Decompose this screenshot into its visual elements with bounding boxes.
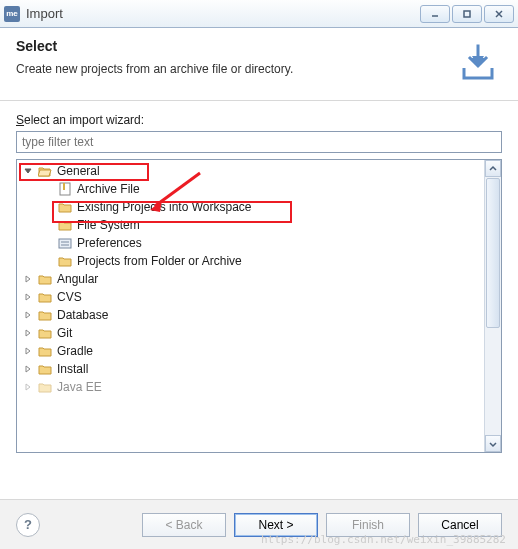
- app-icon: me: [4, 6, 20, 22]
- cancel-button[interactable]: Cancel: [418, 513, 502, 537]
- tree-node-git[interactable]: Git: [17, 324, 484, 342]
- scroll-down-icon[interactable]: [485, 435, 501, 452]
- triangle-right-icon: [23, 382, 33, 392]
- svg-rect-5: [63, 183, 65, 190]
- triangle-right-icon: [23, 292, 33, 302]
- tree-node-file-system[interactable]: File System: [17, 216, 484, 234]
- tree-view: General Archive File Existing Projects i…: [16, 159, 502, 453]
- folder-icon: [37, 289, 53, 305]
- tree-label: Projects from Folder or Archive: [77, 254, 242, 268]
- tree-label: Database: [57, 308, 108, 322]
- tree-node-existing-projects[interactable]: Existing Projects into Workspace: [17, 198, 484, 216]
- tree-node-install[interactable]: Install: [17, 360, 484, 378]
- tree-label: CVS: [57, 290, 82, 304]
- scroll-up-icon[interactable]: [485, 160, 501, 177]
- triangle-down-icon: [23, 166, 33, 176]
- tree-label: File System: [77, 218, 140, 232]
- tree-label: General: [57, 164, 100, 178]
- triangle-right-icon: [23, 328, 33, 338]
- tree-label: Existing Projects into Workspace: [77, 200, 252, 214]
- tree-node-javaee[interactable]: Java EE: [17, 378, 484, 396]
- tree-label: Git: [57, 326, 72, 340]
- tree-label: Angular: [57, 272, 98, 286]
- folder-icon: [37, 325, 53, 341]
- tree-label: Preferences: [77, 236, 142, 250]
- folder-icon: [57, 217, 73, 233]
- folder-icon: [37, 271, 53, 287]
- minimize-button[interactable]: [420, 5, 450, 23]
- maximize-button[interactable]: [452, 5, 482, 23]
- wizard-label: Select an import wizard:: [16, 113, 502, 127]
- archive-icon: [57, 181, 73, 197]
- finish-button[interactable]: Finish: [326, 513, 410, 537]
- help-button[interactable]: ?: [16, 513, 40, 537]
- header-description: Create new projects from an archive file…: [16, 62, 444, 76]
- dialog-header: Select Create new projects from an archi…: [0, 28, 518, 101]
- svg-rect-6: [59, 239, 71, 248]
- tree-node-archive-file[interactable]: Archive File: [17, 180, 484, 198]
- folder-icon: [37, 343, 53, 359]
- tree-node-preferences[interactable]: Preferences: [17, 234, 484, 252]
- close-button[interactable]: [484, 5, 514, 23]
- triangle-right-icon: [23, 310, 33, 320]
- back-button[interactable]: < Back: [142, 513, 226, 537]
- tree-node-cvs[interactable]: CVS: [17, 288, 484, 306]
- folder-icon: [37, 307, 53, 323]
- scroll-thumb[interactable]: [486, 178, 500, 328]
- filter-input[interactable]: [16, 131, 502, 153]
- dialog-footer: ? < Back Next > Finish Cancel: [0, 499, 518, 549]
- folder-icon: [57, 199, 73, 215]
- tree-label: Install: [57, 362, 88, 376]
- tree-node-general[interactable]: General: [17, 162, 484, 180]
- tree-label: Gradle: [57, 344, 93, 358]
- next-button[interactable]: Next >: [234, 513, 318, 537]
- import-icon: [454, 38, 502, 86]
- folder-icon: [37, 361, 53, 377]
- folder-icon: [57, 253, 73, 269]
- preferences-icon: [57, 235, 73, 251]
- tree-node-projects-folder[interactable]: Projects from Folder or Archive: [17, 252, 484, 270]
- tree-node-angular[interactable]: Angular: [17, 270, 484, 288]
- folder-open-icon: [37, 163, 53, 179]
- tree-node-database[interactable]: Database: [17, 306, 484, 324]
- svg-rect-1: [464, 11, 470, 17]
- triangle-right-icon: [23, 274, 33, 284]
- tree-label: Archive File: [77, 182, 140, 196]
- titlebar: me Import: [0, 0, 518, 28]
- tree-node-gradle[interactable]: Gradle: [17, 342, 484, 360]
- vertical-scrollbar[interactable]: [484, 160, 501, 452]
- triangle-right-icon: [23, 364, 33, 374]
- triangle-right-icon: [23, 346, 33, 356]
- window-title: Import: [26, 6, 420, 21]
- header-title: Select: [16, 38, 444, 54]
- tree-label: Java EE: [57, 380, 102, 394]
- folder-icon: [37, 379, 53, 395]
